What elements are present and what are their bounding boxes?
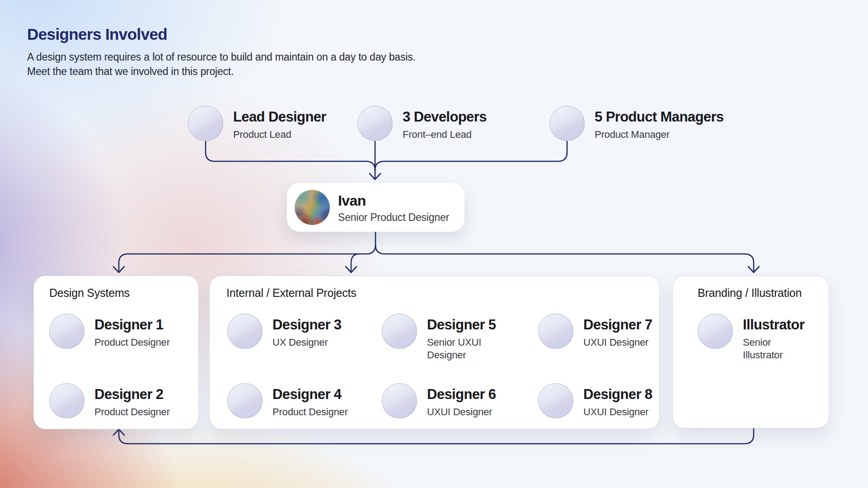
node-name: 5 Product Managers (595, 109, 724, 125)
group-card-branding: Branding / Illustration Illustrator Seni… (672, 276, 829, 428)
manager-card: Ivan Senior Product Designer (287, 183, 464, 232)
group-title: Internal / External Projects (226, 286, 357, 300)
node-product-managers: 5 Product Managers Product Manager (549, 106, 724, 141)
member-designer-5: Designer 5 Senior UXUI Designer (382, 314, 496, 361)
lead-designer-avatar (188, 106, 223, 141)
member-role: UXUI Designer (427, 406, 496, 418)
member-name: Designer 8 (583, 386, 652, 403)
ivan-avatar (295, 190, 330, 225)
org-chart-canvas: Designers Involved A design system requi… (0, 0, 868, 488)
member-designer-2: Designer 2 Product Designer (49, 383, 170, 418)
connector-manager-right (375, 245, 754, 271)
member-name: Designer 7 (583, 317, 652, 333)
group-title: Design Systems (49, 286, 130, 300)
designer-4-avatar (227, 383, 263, 418)
manager-role: Senior Product Designer (338, 211, 449, 224)
member-role: UXUI Designer (583, 406, 652, 418)
member-role: Senior UXUI Designer (427, 336, 495, 361)
member-designer-4: Designer 4 Product Designer (227, 383, 348, 418)
node-role: Product Lead (233, 128, 326, 141)
member-name: Designer 6 (427, 386, 496, 403)
manager-name: Ivan (338, 192, 366, 209)
member-name: Designer 1 (94, 317, 170, 333)
designer-1-avatar (49, 314, 84, 349)
node-name: 3 Developers (403, 109, 487, 125)
designer-5-avatar (382, 314, 417, 349)
member-name: Designer 3 (272, 317, 342, 333)
group-title: Branding / Illustration (698, 286, 802, 300)
member-designer-7: Designer 7 UXUI Designer (538, 314, 652, 349)
member-designer-6: Designer 6 UXUI Designer (382, 383, 496, 418)
member-role: Senior Illustrator (743, 336, 804, 361)
member-designer-8: Designer 8 UXUI Designer (538, 383, 652, 418)
connector-feedback-loop (119, 428, 754, 444)
member-name: Designer 4 (272, 386, 348, 403)
member-illustrator: Illustrator Senior Illustrator (698, 314, 804, 361)
connector-lead-designer (206, 141, 375, 170)
node-role: Product Manager (595, 128, 724, 141)
member-name: Illustrator (743, 317, 804, 333)
node-lead-designer: Lead Designer Product Lead (188, 106, 326, 141)
product-managers-avatar (549, 106, 585, 141)
connector-manager-left (119, 232, 375, 271)
connector-product-managers (375, 141, 567, 170)
designer-8-avatar (538, 383, 573, 418)
designer-2-avatar (49, 383, 84, 418)
designer-6-avatar (382, 383, 417, 418)
member-name: Designer 5 (427, 317, 496, 333)
member-role: Product Designer (94, 406, 170, 418)
node-developers: 3 Developers Front–end Lead (357, 106, 487, 141)
designer-3-avatar (227, 314, 263, 349)
member-designer-1: Designer 1 Product Designer (49, 314, 170, 349)
member-role: Product Designer (272, 406, 348, 418)
member-role: UXUI Designer (583, 336, 652, 349)
illustrator-avatar (698, 314, 733, 349)
node-name: Lead Designer (233, 109, 326, 125)
node-role: Front–end Lead (403, 128, 487, 141)
group-card-projects: Internal / External Projects Designer 3 … (209, 276, 660, 429)
member-name: Designer 2 (94, 386, 170, 403)
designer-7-avatar (538, 314, 573, 349)
developers-avatar (357, 106, 393, 141)
member-role: UX Designer (272, 336, 342, 349)
member-role: Product Designer (94, 336, 170, 349)
group-card-design-systems: Design Systems Designer 1 Product Design… (33, 276, 199, 429)
member-designer-3: Designer 3 UX Designer (227, 314, 342, 349)
